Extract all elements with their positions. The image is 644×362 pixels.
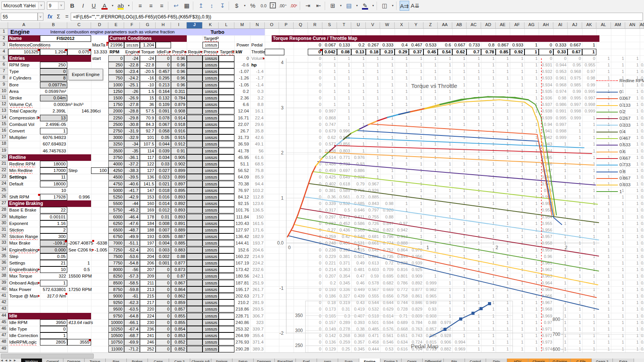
cell-AI37[interactable]: 1 <box>553 266 568 273</box>
column-header-F[interactable]: F <box>124 22 140 29</box>
cell-T5[interactable]: 1 <box>337 55 351 62</box>
cell-K6[interactable]: 105525 <box>202 62 219 68</box>
cell-S46[interactable]: 0.149 <box>322 326 337 332</box>
cell-AG42[interactable]: 1 <box>524 299 539 306</box>
cell-Y30[interactable]: 1 <box>409 220 423 227</box>
cell-H37[interactable]: 0 <box>156 266 171 273</box>
cell-L42[interactable] <box>219 299 234 306</box>
cell-G47[interactable]: 241 <box>140 332 156 339</box>
text-direction-ltr-icon[interactable]: A⇉ <box>400 1 409 11</box>
cell-F7[interactable]: -23.4 <box>124 68 140 75</box>
cell-M47[interactable]: 264.99 <box>234 332 250 339</box>
cell-AO46[interactable]: 0.971 <box>640 326 644 332</box>
cell-V32[interactable]: 0.681 <box>366 233 380 240</box>
formula-input[interactable]: =IF(L65="","",IFERROR(LOG((L65-F65)/(G65… <box>71 13 643 21</box>
cell-AE19[interactable]: 1 <box>496 148 510 154</box>
cell-AD23[interactable]: 1 <box>481 174 496 180</box>
cell-AE17[interactable]: 1 <box>496 134 510 141</box>
cell-T11[interactable]: 1 <box>337 95 351 101</box>
cell-AG38[interactable]: 1 <box>524 273 539 279</box>
underline-icon[interactable]: U <box>89 1 98 11</box>
cell-AD37[interactable]: 1 <box>481 266 496 273</box>
cell-I44[interactable]: 0.855 <box>171 313 187 319</box>
column-header-AJ[interactable]: AJ <box>568 22 582 29</box>
cell-N46[interactable]: 339.7 <box>250 326 265 332</box>
cell-AA15[interactable]: 1 <box>438 121 452 128</box>
cell-T17[interactable]: 0.915 <box>337 134 351 141</box>
cell-N19[interactable]: 56 <box>250 148 265 154</box>
cell-AM38[interactable]: 1 <box>611 273 625 279</box>
cell-N34[interactable]: 204.6 <box>250 247 265 253</box>
cell-AF4[interactable]: 0.92 <box>510 49 524 55</box>
cell-W20[interactable]: 1 <box>380 154 395 161</box>
cell-E41[interactable]: 9000 <box>108 293 124 299</box>
sheet-tab-damage[interactable]: Damage <box>63 359 85 362</box>
cell-AK10[interactable]: 0.995 <box>582 88 596 95</box>
cell-AA17[interactable]: 1 <box>438 134 452 141</box>
cell-AA34[interactable]: 1 <box>438 247 452 253</box>
cell-T24[interactable]: 0.618 <box>337 181 351 187</box>
cell-AJ3[interactable]: 0.667 <box>568 42 582 48</box>
cell-AH24[interactable]: 0.949 <box>539 181 553 187</box>
column-header-B[interactable]: B <box>40 22 67 29</box>
cell-L35[interactable] <box>219 253 234 260</box>
cell-AG9[interactable]: 1 <box>524 82 539 88</box>
column-header-P[interactable]: P <box>279 22 294 29</box>
row-header-44[interactable]: 44 <box>0 313 8 319</box>
cell-Z21[interactable]: 1 <box>423 161 438 167</box>
cell-AI15[interactable]: 0.997 <box>553 121 568 128</box>
cell-E2[interactable]: Current Conditions <box>108 35 187 42</box>
cell-AK25[interactable]: 1 <box>582 187 596 194</box>
cell-S31[interactable]: 0.27 <box>322 227 337 233</box>
cell-Y5[interactable]: 1 <box>409 55 423 62</box>
cell-AB11[interactable]: 1 <box>452 95 466 101</box>
cell-S20[interactable]: 0.514 <box>322 154 337 161</box>
cell-AB20[interactable]: 1 <box>452 154 466 161</box>
cell-AK6[interactable]: 0.955 <box>582 62 596 68</box>
cell-AH34[interactable]: 0.959 <box>539 247 553 253</box>
cell-A4[interactable]: 101325 <box>8 49 40 55</box>
cell-B41[interactable]: 317.0 Nm <box>40 293 67 299</box>
cell-F33[interactable]: -51.1 <box>124 240 140 246</box>
cell-J18[interactable] <box>187 141 202 147</box>
cell-S26[interactable]: 0.36 <box>322 194 337 200</box>
cell-AC4[interactable]: 0.7 <box>466 49 481 55</box>
cell-A12[interactable]: Volume Cyl. <box>8 101 40 108</box>
cell-D3[interactable]: MaxTa <box>91 42 108 48</box>
cell-T31[interactable]: 0.436 <box>337 227 351 233</box>
cell-U20[interactable]: 0.976 <box>351 154 366 161</box>
cell-X20[interactable]: 1 <box>395 154 409 161</box>
cell-U41[interactable]: 0.439 <box>351 293 366 299</box>
cell-AD48[interactable]: 1 <box>481 339 496 345</box>
cell-AK27[interactable]: 1 <box>582 200 596 207</box>
cell-G10[interactable]: 1.5 <box>140 88 156 95</box>
cell-G9[interactable]: -10 <box>140 82 156 88</box>
cell-AH33[interactable]: 0.958 <box>539 240 553 246</box>
cell-E30[interactable]: 6250 <box>108 220 124 227</box>
cell-F44[interactable]: -64.8 <box>124 313 140 319</box>
cell-AB12[interactable]: 1 <box>452 101 466 108</box>
cell-AJ40[interactable]: 1 <box>568 286 582 293</box>
cell-AC5[interactable]: 1 <box>466 55 481 62</box>
cell-AM48[interactable]: 1 <box>611 339 625 345</box>
cell-AN5[interactable]: 1 <box>625 55 640 62</box>
cell-AB47[interactable]: 1 <box>452 332 466 339</box>
cell-AG15[interactable]: 1 <box>524 121 539 128</box>
cell-AB39[interactable]: 1 <box>452 280 466 286</box>
cell-AH10[interactable]: 0.935 <box>539 88 553 95</box>
cell-AM30[interactable]: 1 <box>611 220 625 227</box>
cell-AB43[interactable]: 1 <box>452 306 466 312</box>
cell-R17[interactable]: 0 <box>308 134 322 141</box>
cell-AG28[interactable]: 1 <box>524 207 539 213</box>
cell-AF32[interactable]: 1 <box>510 233 524 240</box>
cell-V35[interactable]: 0.626 <box>366 253 380 260</box>
cell-Z23[interactable]: 1 <box>423 174 438 180</box>
cell-F29[interactable]: -46.4 <box>124 214 140 220</box>
cell-Z38[interactable]: 1 <box>423 273 438 279</box>
cell-A16[interactable]: Convert <box>8 128 40 134</box>
cell-E6[interactable]: 250 <box>108 62 124 68</box>
cell-AJ41[interactable]: 1 <box>568 293 582 299</box>
cell-Z18[interactable]: 1 <box>423 141 438 147</box>
cell-AD36[interactable]: 1 <box>481 260 496 266</box>
cell-Y45[interactable]: 0.784 <box>409 319 423 326</box>
